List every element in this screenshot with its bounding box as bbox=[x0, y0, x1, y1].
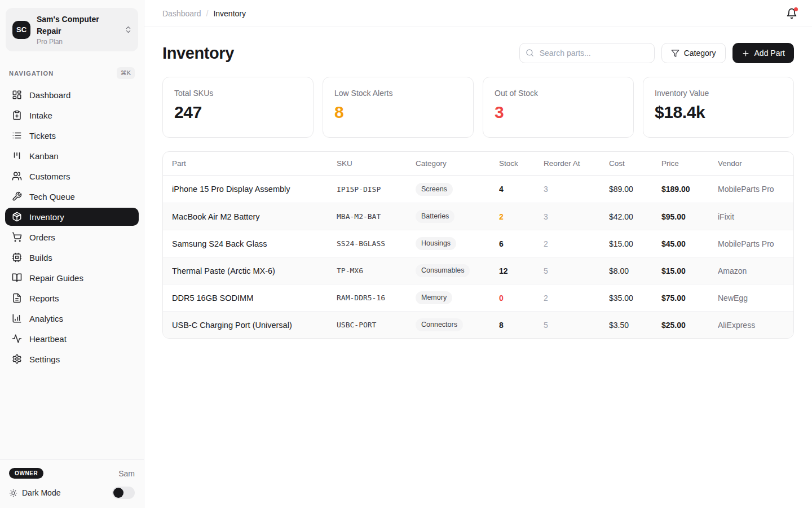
role-badge: OWNER bbox=[9, 468, 43, 479]
sidebar-item-intake[interactable]: Intake bbox=[5, 106, 139, 124]
sidebar-item-analytics[interactable]: Analytics bbox=[5, 309, 139, 327]
cell-part: Thermal Paste (Arctic MX-6) bbox=[172, 266, 337, 275]
sidebar-item-label: Reports bbox=[29, 294, 59, 303]
sun-icon bbox=[9, 489, 17, 497]
workspace-selector[interactable]: SC Sam's Computer Repair Pro Plan bbox=[6, 8, 138, 51]
add-part-button[interactable]: Add Part bbox=[732, 43, 794, 63]
sidebar-item-label: Analytics bbox=[29, 314, 63, 323]
cell-price: $25.00 bbox=[661, 321, 718, 330]
cpu-icon bbox=[12, 252, 22, 262]
sidebar-item-settings[interactable]: Settings bbox=[5, 350, 139, 368]
cell-part: USB-C Charging Port (Universal) bbox=[172, 321, 337, 330]
workspace-avatar: SC bbox=[12, 21, 30, 39]
sidebar-item-label: Intake bbox=[29, 111, 52, 120]
sidebar-item-label: Customers bbox=[29, 172, 70, 181]
table-row[interactable]: iPhone 15 Pro Display AssemblyIP15P-DISP… bbox=[163, 176, 793, 203]
sidebar-item-dashboard[interactable]: Dashboard bbox=[5, 86, 139, 104]
sidebar-item-label: Inventory bbox=[29, 212, 64, 222]
sidebar-item-customers[interactable]: Customers bbox=[5, 167, 139, 185]
workspace-plan: Pro Plan bbox=[37, 38, 118, 46]
cell-category: Screens bbox=[416, 183, 499, 196]
category-filter-button[interactable]: Category bbox=[661, 43, 726, 63]
stat-value: 8 bbox=[334, 103, 462, 122]
book-open-icon bbox=[12, 273, 22, 283]
sidebar-item-label: Builds bbox=[29, 253, 52, 262]
nav-section-label: NAVIGATION bbox=[9, 70, 54, 77]
cell-sku: IP15P-DISP bbox=[337, 185, 416, 194]
plus-icon bbox=[742, 49, 750, 58]
stats-row: Total SKUs247Low Stock Alerts8Out of Sto… bbox=[162, 77, 794, 138]
category-badge: Memory bbox=[416, 291, 452, 304]
cell-cost: $3.50 bbox=[609, 321, 661, 330]
main-area: Dashboard / Inventory Inventory Category bbox=[144, 0, 812, 508]
cell-part: iPhone 15 Pro Display Assembly bbox=[172, 185, 337, 194]
cell-price: $15.00 bbox=[661, 266, 718, 275]
file-text-icon bbox=[12, 293, 22, 303]
cell-reorder_at: 5 bbox=[544, 321, 609, 330]
column-header-part: Part bbox=[172, 159, 337, 168]
sidebar: SC Sam's Computer Repair Pro Plan NAVIGA… bbox=[0, 0, 144, 508]
stat-label: Inventory Value bbox=[655, 89, 782, 98]
sidebar-item-tickets[interactable]: Tickets bbox=[5, 126, 139, 144]
package-icon bbox=[12, 212, 22, 222]
page-title: Inventory bbox=[162, 44, 234, 63]
sidebar-item-tech-queue[interactable]: Tech Queue bbox=[5, 187, 139, 205]
category-button-label: Category bbox=[684, 49, 716, 58]
cell-reorder_at: 2 bbox=[544, 239, 609, 248]
stat-card-total-skus: Total SKUs247 bbox=[162, 77, 314, 138]
activity-icon bbox=[12, 334, 22, 344]
cell-part: MacBook Air M2 Battery bbox=[172, 212, 337, 221]
cell-price: $75.00 bbox=[661, 294, 718, 303]
table-row[interactable]: USB-C Charging Port (Universal)USBC-PORT… bbox=[163, 311, 793, 338]
cell-cost: $35.00 bbox=[609, 294, 661, 303]
table-row[interactable]: DDR5 16GB SODIMMRAM-DDR5-16Memory02$35.0… bbox=[163, 284, 793, 311]
cell-sku: USBC-PORT bbox=[337, 321, 416, 329]
cell-category: Consumables bbox=[416, 264, 499, 277]
users-icon bbox=[12, 171, 22, 181]
sidebar-item-reports[interactable]: Reports bbox=[5, 289, 139, 307]
category-badge: Screens bbox=[416, 183, 453, 196]
table-row[interactable]: Thermal Paste (Arctic MX-6)TP-MX6Consuma… bbox=[163, 257, 793, 284]
sidebar-item-heartbeat[interactable]: Heartbeat bbox=[5, 330, 139, 348]
cell-price: $45.00 bbox=[661, 239, 718, 248]
chevrons-up-down-icon bbox=[124, 25, 133, 34]
filter-icon bbox=[671, 49, 679, 58]
sidebar-item-orders[interactable]: Orders bbox=[5, 228, 139, 246]
sidebar-item-label: Tickets bbox=[29, 131, 56, 141]
category-badge: Housings bbox=[416, 237, 456, 250]
cell-category: Batteries bbox=[416, 210, 499, 223]
shopping-cart-icon bbox=[12, 232, 22, 242]
table-row[interactable]: MacBook Air M2 BatteryMBA-M2-BATBatterie… bbox=[163, 203, 793, 230]
column-header-cost: Cost bbox=[609, 159, 661, 168]
sidebar-item-inventory[interactable]: Inventory bbox=[5, 208, 139, 226]
table-row[interactable]: Samsung S24 Back GlassSS24-BGLASSHousing… bbox=[163, 230, 793, 257]
workspace-name: Sam's Computer Repair bbox=[37, 14, 118, 37]
cell-vendor: MobileParts Pro bbox=[718, 185, 784, 194]
cell-part: DDR5 16GB SODIMM bbox=[172, 294, 337, 303]
column-header-sku: SKU bbox=[337, 159, 416, 168]
sidebar-item-repair-guides[interactable]: Repair Guides bbox=[5, 269, 139, 287]
breadcrumb-dashboard[interactable]: Dashboard bbox=[162, 9, 201, 18]
cell-sku: MBA-M2-BAT bbox=[337, 212, 416, 221]
column-header-category: Category bbox=[416, 159, 499, 168]
sidebar-item-builds[interactable]: Builds bbox=[5, 248, 139, 266]
cell-stock: 6 bbox=[499, 239, 544, 248]
sidebar-item-kanban[interactable]: Kanban bbox=[5, 147, 139, 165]
notifications-button[interactable] bbox=[786, 8, 797, 19]
cell-stock: 0 bbox=[499, 294, 544, 303]
command-k-shortcut-badge: ⌘K bbox=[117, 67, 135, 79]
cell-price: $95.00 bbox=[661, 212, 718, 221]
cell-vendor: Amazon bbox=[718, 266, 784, 275]
search-input[interactable] bbox=[519, 43, 655, 63]
cell-vendor: NewEgg bbox=[718, 294, 784, 303]
dark-mode-toggle[interactable] bbox=[112, 487, 135, 499]
sidebar-item-label: Settings bbox=[29, 354, 60, 364]
stat-label: Low Stock Alerts bbox=[334, 89, 462, 98]
table-header-row: PartSKUCategoryStockReorder AtCostPriceV… bbox=[163, 152, 793, 176]
notification-dot bbox=[794, 7, 798, 11]
stat-label: Out of Stock bbox=[495, 89, 622, 98]
stat-card-low-stock-alerts: Low Stock Alerts8 bbox=[323, 77, 474, 138]
stat-value: 247 bbox=[174, 103, 302, 122]
table-body: iPhone 15 Pro Display AssemblyIP15P-DISP… bbox=[163, 176, 793, 338]
category-badge: Connectors bbox=[416, 318, 463, 331]
